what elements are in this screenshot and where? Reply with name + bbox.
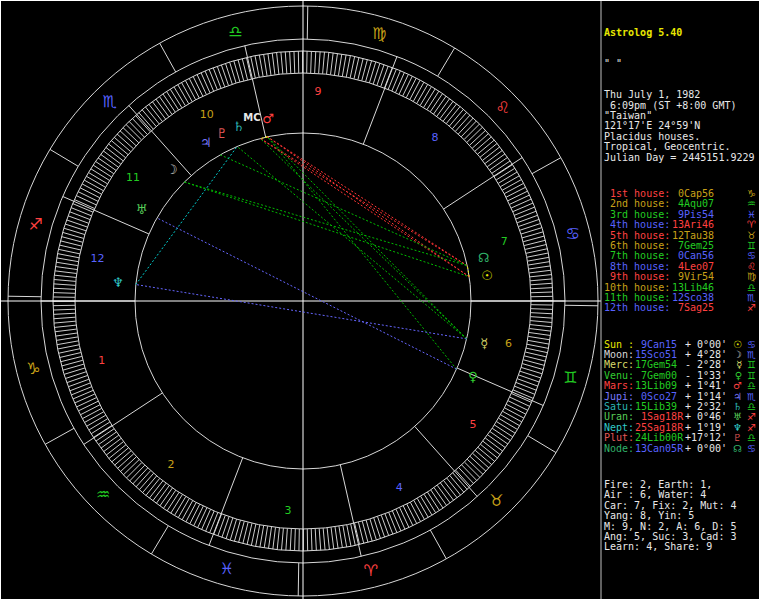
degree-tick	[91, 169, 110, 181]
degree-tick	[295, 529, 296, 551]
degree-tick	[395, 72, 404, 92]
aspect-line-tri	[267, 137, 456, 369]
chart-info-block: Thu July 1, 1982 6:09pm (ST +8:00 GMT)"T…	[604, 90, 758, 163]
degree-tick	[339, 526, 342, 548]
degree-tick	[396, 509, 405, 529]
degree-tick	[528, 262, 550, 265]
planet-glyph-Merc: ☿	[480, 336, 488, 351]
degree-tick	[494, 425, 512, 437]
degree-tick	[68, 379, 89, 387]
sign-glyph: ♊	[747, 359, 758, 370]
degree-tick	[508, 401, 528, 411]
degree-tick	[82, 184, 101, 194]
degree-tick	[342, 55, 346, 77]
degree-tick	[259, 55, 263, 77]
degree-tick	[403, 76, 413, 96]
degree-tick	[256, 525, 260, 547]
degree-tick	[54, 325, 76, 327]
zodiac-sign-glyph-Cap: ♑	[26, 359, 40, 378]
planet-glyph-Venu: ♀	[468, 369, 478, 384]
planet-glyph: ☊♋	[733, 444, 758, 454]
sign-boundary	[528, 436, 556, 453]
degree-tick	[264, 526, 267, 548]
sign-glyph: ♏	[747, 349, 758, 360]
degree-tick	[327, 528, 329, 550]
sign-boundary	[298, 563, 299, 596]
degree-tick	[531, 313, 553, 314]
house-cusp-line	[129, 105, 192, 175]
degree-tick	[315, 51, 316, 73]
sign-glyph: ♎	[747, 380, 758, 391]
degree-tick	[530, 275, 552, 277]
degree-tick	[210, 513, 218, 533]
degree-tick	[186, 502, 196, 521]
degree-tick	[346, 56, 350, 78]
degree-tick	[430, 94, 442, 112]
degree-tick	[392, 511, 401, 531]
house-label: 12th house:	[604, 303, 670, 313]
degree-tick	[59, 353, 80, 358]
degree-tick	[499, 418, 518, 429]
degree-tick	[75, 394, 95, 403]
degree-tick	[167, 492, 179, 510]
zodiac-sign-glyph-Ari: ♈	[363, 561, 377, 580]
degree-tick	[68, 216, 89, 223]
degree-tick	[190, 504, 200, 524]
degree-tick	[182, 82, 193, 101]
degree-tick	[55, 329, 77, 332]
sign-glyph: ♍	[747, 272, 758, 282]
degree-tick	[96, 161, 114, 173]
sign-boundary	[438, 48, 455, 76]
planet-position: 13Can05R	[635, 444, 685, 454]
degree-tick	[56, 262, 78, 265]
degree-tick	[78, 192, 98, 202]
degree-tick	[410, 80, 420, 99]
degree-tick	[198, 508, 207, 528]
degree-tick	[319, 528, 321, 550]
degree-tick	[174, 87, 185, 106]
degree-tick	[403, 506, 413, 526]
degree-tick	[170, 89, 182, 108]
aspect-line-tri	[267, 137, 466, 339]
degree-tick	[492, 428, 510, 440]
sign-boundary	[307, 6, 308, 39]
degree-tick	[410, 502, 420, 521]
degree-tick	[167, 91, 179, 109]
house-row: 9th house: 9Vir54♍	[604, 272, 758, 282]
degree-tick	[528, 336, 550, 339]
degree-tick	[163, 94, 175, 112]
degree-tick	[206, 511, 215, 531]
degree-tick	[69, 212, 90, 220]
house-row: 4th house:13Ari46♈	[604, 220, 758, 230]
planet-glyph-Moon: ☽	[166, 162, 178, 177]
degree-tick	[260, 526, 264, 548]
zodiac-sign-glyph-Tau: ♉	[489, 491, 503, 510]
degree-tick	[57, 341, 79, 345]
degree-tick	[217, 66, 225, 87]
zodiac-sign-glyph-Sco: ♏	[102, 92, 116, 111]
planet-glyph-Uran: ♅	[135, 202, 147, 217]
sign-glyph: ♐	[747, 303, 758, 313]
house-cusp-line	[209, 458, 243, 546]
degree-tick	[171, 495, 183, 514]
degree-tick	[58, 345, 80, 349]
degree-tick	[281, 52, 283, 74]
zodiac-sign-glyph-Gem: ♊	[563, 368, 577, 387]
degree-tick	[56, 337, 78, 340]
degree-tick	[424, 494, 436, 513]
house-cusp-value: 7Sag25	[672, 303, 716, 313]
aspect-line-squ	[260, 139, 467, 266]
degree-tick	[202, 509, 211, 529]
sign-glyph: ♈	[747, 220, 758, 230]
sign-boundary	[430, 530, 446, 559]
degree-tick	[89, 419, 108, 430]
degree-tick	[182, 501, 193, 520]
degree-tick	[53, 309, 75, 310]
aspect-line-opp	[136, 285, 467, 339]
degree-tick	[323, 528, 325, 550]
degree-tick	[497, 422, 516, 434]
planet-glyph-Mars: ♂	[262, 111, 274, 126]
aspect-line-con	[467, 266, 469, 277]
degree-tick	[496, 168, 515, 180]
degree-tick	[82, 408, 101, 418]
